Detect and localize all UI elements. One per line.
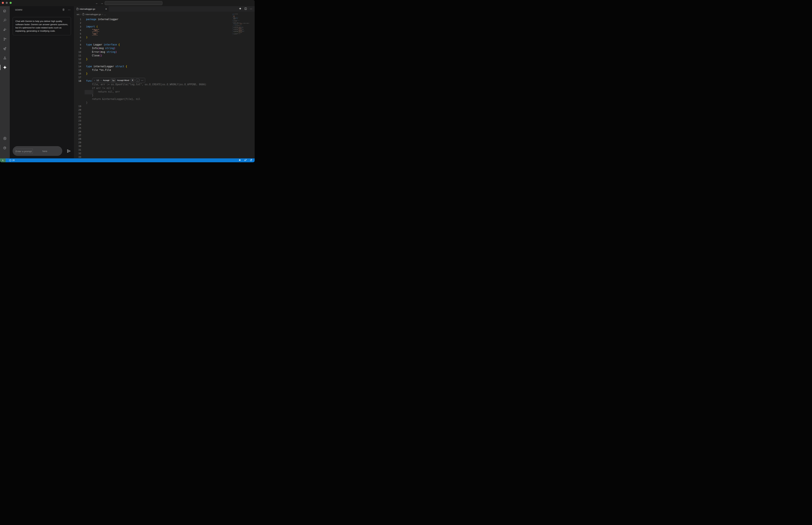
- file-icon: [76, 8, 78, 10]
- activity-bar: [0, 6, 10, 159]
- code-line-2: 2: [74, 21, 255, 25]
- activity-item-testing[interactable]: [0, 53, 10, 63]
- vscode-window: ← → GEMINI ⋯: [0, 0, 255, 162]
- code-editor[interactable]: 1package internallogger23import (4 "fmt"…: [74, 17, 255, 159]
- line-number: 23: [74, 119, 81, 122]
- line-number: 27: [74, 134, 81, 137]
- close-window-button[interactable]: [2, 2, 4, 4]
- remote-icon: [2, 159, 4, 162]
- gemini-status-sparkle-icon[interactable]: [239, 159, 241, 162]
- code-line-8: 8type Logger interface {: [74, 43, 255, 46]
- code-line-23: 23: [74, 119, 255, 122]
- line-number: 32: [74, 152, 81, 155]
- ghost-code-line: return nil, err: [74, 90, 255, 93]
- ghost-code-line: file, err := os.OpenFile("log.txt", os.O…: [74, 83, 255, 86]
- line-number: 26: [74, 130, 81, 133]
- accept-word-button[interactable]: Accept Word: [117, 79, 129, 81]
- line-number: 4: [74, 28, 81, 32]
- navigate-forward-icon[interactable]: →: [101, 2, 103, 4]
- line-number: 22: [74, 115, 81, 119]
- line-number: 2: [74, 21, 81, 25]
- line-number: [74, 83, 81, 86]
- problems-status[interactable]: 20: [9, 159, 15, 162]
- line-number: 29: [74, 141, 81, 144]
- activity-item-settings[interactable]: [0, 143, 10, 152]
- activity-item-source-control[interactable]: [0, 34, 10, 44]
- activity-item-search[interactable]: [0, 16, 10, 25]
- tab-strip: internallogger.go ✕ ⋯: [74, 6, 255, 12]
- previous-suggestion-icon[interactable]: ‹: [94, 79, 95, 81]
- gear-icon: [3, 146, 7, 150]
- sidebar-header: GEMINI ⋯: [10, 6, 74, 14]
- line-number: 20: [74, 108, 81, 111]
- line-number: 8: [74, 43, 81, 46]
- ghost-code-line: return &internalLogger{file}, nil: [74, 97, 255, 101]
- minimize-window-button[interactable]: [6, 2, 8, 4]
- line-number: 6: [74, 35, 81, 39]
- line-number: 25: [74, 126, 81, 130]
- code-line-19: 19: [74, 104, 255, 108]
- code-line-31: 31: [74, 148, 255, 152]
- suggestion-counter: 1/1: [96, 79, 99, 81]
- breadcrumb-item-symbol[interactable]: ...: [104, 13, 106, 16]
- prompt-placeholder: Enter a prompt: [16, 150, 32, 153]
- feedback-icon[interactable]: [244, 159, 247, 162]
- zoom-window-button[interactable]: [10, 2, 12, 4]
- line-number: 7: [74, 39, 81, 43]
- clear-chat-trash-icon[interactable]: [62, 9, 65, 12]
- minimap-line: }: [232, 34, 249, 35]
- line-number: 33: [74, 155, 81, 159]
- gemini-intro-card: Chat with Gemini to help you deliver hig…: [13, 17, 71, 35]
- code-line-20: 20: [74, 108, 255, 111]
- breadcrumb: src › internallogger.go › ...: [74, 12, 255, 17]
- line-number: 14: [74, 65, 81, 68]
- accept-button[interactable]: Accept: [103, 79, 109, 81]
- line-number: 17: [74, 76, 81, 79]
- code-line-1: 1package internallogger: [74, 17, 255, 21]
- suggestion-more-icon[interactable]: ⋯: [141, 79, 143, 82]
- remote-indicator[interactable]: [0, 159, 6, 162]
- line-number: 13: [74, 61, 81, 65]
- debug-icon: [3, 28, 7, 32]
- ghost-code-line: }: [74, 93, 255, 97]
- code-line-6: 6): [74, 35, 255, 39]
- editor-more-icon[interactable]: ⋯: [250, 7, 252, 10]
- ghost-code-line: if err != nil {: [74, 86, 255, 90]
- send-prompt-button[interactable]: [66, 149, 72, 154]
- code-line-11: 11 Close(): [74, 54, 255, 57]
- search-icon: [3, 18, 7, 22]
- command-center-searchbox[interactable]: [105, 1, 163, 5]
- line-number: 3: [74, 25, 81, 28]
- code-line-10: 10 Error(msg string): [74, 50, 255, 54]
- code-line-16: 16}: [74, 72, 255, 75]
- activity-item-run-debug[interactable]: [0, 25, 10, 34]
- code-line-27: 27: [74, 134, 255, 137]
- activity-item-explorer[interactable]: [0, 6, 10, 16]
- tab-internallogger[interactable]: internallogger.go ✕: [74, 6, 109, 12]
- breadcrumb-item-src[interactable]: src: [77, 13, 79, 16]
- tab-close-icon[interactable]: ✕: [105, 8, 107, 10]
- gemini-sparkle-icon[interactable]: [239, 7, 242, 11]
- code-line-24: 24: [74, 123, 255, 126]
- chevron-right-icon: ›: [102, 13, 103, 16]
- split-editor-icon[interactable]: [244, 7, 247, 11]
- minimap[interactable]: package internalloggerimport ( "fmt" "os…: [232, 14, 249, 36]
- code-line-12: 12}: [74, 57, 255, 61]
- line-number: 19: [74, 104, 81, 108]
- activity-item-accounts[interactable]: [0, 134, 10, 143]
- line-number: 1: [74, 17, 81, 21]
- navigate-back-icon[interactable]: ←: [95, 2, 98, 4]
- sidebar-more-icon[interactable]: ⋯: [68, 9, 71, 11]
- activity-item-extensions[interactable]: [0, 44, 10, 53]
- notifications-bell-icon[interactable]: [250, 159, 252, 162]
- line-number: 18: [74, 79, 81, 83]
- beaker-icon: [3, 56, 7, 60]
- breadcrumb-item-file[interactable]: internallogger.go: [86, 13, 101, 16]
- prompt-input[interactable]: Enter a prompt here: [13, 146, 62, 156]
- sidebar-title: GEMINI: [15, 9, 22, 11]
- sparkle-icon: [3, 65, 7, 70]
- code-line-30: 30: [74, 144, 255, 148]
- code-line-3: 3import (: [74, 25, 255, 28]
- activity-item-gemini[interactable]: [0, 63, 10, 72]
- next-suggestion-icon[interactable]: ›: [101, 79, 102, 81]
